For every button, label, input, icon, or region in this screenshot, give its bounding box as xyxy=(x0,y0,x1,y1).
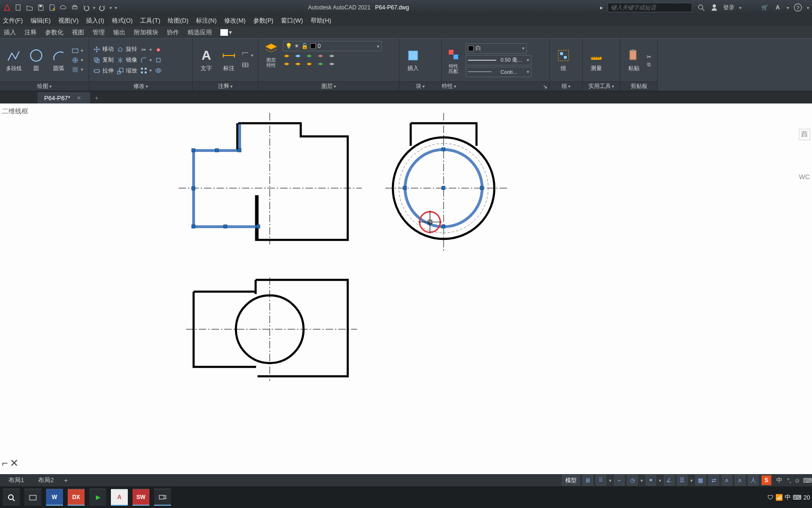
arc-button[interactable]: 圆弧 xyxy=(49,48,69,72)
lineweight-select[interactable]: 0.50 毫…▾ xyxy=(466,55,531,65)
otrack-icon[interactable]: ∠ xyxy=(664,475,674,485)
layout-tab-2[interactable]: 布局2 xyxy=(34,475,57,486)
menu-param[interactable]: 参数(P) xyxy=(253,16,273,25)
saveas-icon[interactable] xyxy=(48,3,56,12)
menu-dim[interactable]: 标注(N) xyxy=(196,16,217,25)
props-panel-title[interactable]: 特性 xyxy=(442,82,453,90)
array-button[interactable]: ▾ xyxy=(140,67,152,74)
layer-tool3-icon[interactable] xyxy=(305,53,313,59)
offset-button[interactable] xyxy=(155,67,162,74)
print-icon[interactable] xyxy=(70,3,79,12)
undo-dropdown[interactable]: ▾ xyxy=(93,5,95,10)
rect-button[interactable]: ▾ xyxy=(71,47,83,55)
layer-select[interactable]: 💡 ☀ 🔓 0 ▾ xyxy=(283,41,382,51)
layer-tool6-icon[interactable] xyxy=(283,61,290,67)
tab-collab[interactable]: 协作 xyxy=(167,28,179,37)
tab-annotate[interactable]: 注释 xyxy=(24,28,37,37)
layer-tool10-icon[interactable] xyxy=(328,61,336,67)
text-button[interactable]: A 文字 xyxy=(196,48,216,72)
ime-kb-icon[interactable]: ⌨ xyxy=(803,477,812,484)
wifi-icon[interactable]: 📶 xyxy=(775,494,783,501)
osnap-icon[interactable]: ✦ xyxy=(646,475,656,485)
copy-button[interactable]: 复制 xyxy=(93,56,114,64)
tab-output[interactable]: 输出 xyxy=(113,28,125,37)
layer-tool4-icon[interactable] xyxy=(317,53,324,59)
dimension-button[interactable]: 标注 xyxy=(219,48,239,72)
snap-icon[interactable]: ⠿ xyxy=(596,475,606,485)
menu-view[interactable]: 视图(V) xyxy=(58,16,78,25)
new-tab-button[interactable]: + xyxy=(90,93,103,103)
tab-extra[interactable]: ▾ xyxy=(220,29,232,36)
menu-help[interactable]: 帮助(H) xyxy=(311,16,331,25)
stretch-button[interactable]: 拉伸 xyxy=(93,67,114,75)
polyline-button[interactable]: 多段线 xyxy=(4,48,23,72)
ann-icon[interactable]: 人 xyxy=(748,475,758,485)
scale-button[interactable]: 缩放 xyxy=(117,67,137,75)
layer-tool2-icon[interactable] xyxy=(294,53,302,59)
autocad-logo[interactable] xyxy=(3,3,11,12)
viewcube-face[interactable]: 酉 xyxy=(799,129,810,140)
transparency-icon[interactable]: ▦ xyxy=(695,475,706,485)
add-layout-button[interactable]: + xyxy=(64,477,68,484)
open-icon[interactable] xyxy=(25,3,34,12)
save-icon[interactable] xyxy=(37,3,45,12)
layers-panel-title[interactable]: 图层 xyxy=(321,82,333,90)
cycling-icon[interactable]: ⇄ xyxy=(709,475,719,485)
color-select[interactable]: 白▾ xyxy=(466,43,527,54)
menu-modify[interactable]: 修改(M) xyxy=(224,16,246,25)
block-panel-title[interactable]: 块 xyxy=(416,82,422,90)
trim-button[interactable]: ✂▾ xyxy=(140,46,152,54)
cut-icon[interactable]: ✂ xyxy=(647,54,651,60)
annot-panel-title[interactable]: 注释 xyxy=(218,82,229,90)
recorder-icon[interactable] xyxy=(154,489,171,506)
dyn-icon[interactable]: ⋏ xyxy=(722,475,732,485)
menu-window[interactable]: 窗口(W) xyxy=(281,16,303,25)
measure-button[interactable]: 测量 xyxy=(586,48,606,72)
rotate-button[interactable]: 旋转 xyxy=(117,45,137,53)
layout-tab-1[interactable]: 布局1 xyxy=(5,475,28,486)
lweight-icon[interactable]: ☰ xyxy=(677,475,687,485)
word-icon[interactable]: W xyxy=(46,489,63,506)
table-button[interactable] xyxy=(242,61,253,69)
leader-button[interactable]: ▾ xyxy=(242,52,253,59)
menu-insert[interactable]: 插入(I) xyxy=(86,16,104,25)
3dosnap-icon[interactable]: ⋏ xyxy=(735,475,745,485)
a360-icon[interactable]: A xyxy=(773,3,782,12)
tab-manage[interactable]: 管理 xyxy=(93,28,105,37)
ortho-icon[interactable]: ⌐ xyxy=(614,475,625,485)
polar-icon[interactable]: ◷ xyxy=(627,475,638,485)
menu-tools[interactable]: 工具(T) xyxy=(140,16,160,25)
paste-button[interactable]: 粘贴 xyxy=(624,48,644,72)
search-tk-icon[interactable] xyxy=(3,489,20,506)
cart-icon[interactable]: 🛒 xyxy=(760,3,769,12)
menu-format[interactable]: 格式(O) xyxy=(112,16,133,25)
cloud-icon[interactable] xyxy=(59,3,68,12)
tab-view[interactable]: 视图 xyxy=(72,28,84,37)
tab-featured[interactable]: 精选应用 xyxy=(187,28,212,37)
search-icon[interactable] xyxy=(697,3,705,12)
redo-dropdown[interactable]: ▾ xyxy=(109,5,112,10)
layer-tool5-icon[interactable] xyxy=(328,53,336,59)
grid-icon[interactable]: ⊞ xyxy=(583,475,593,485)
region-button[interactable]: ▾ xyxy=(71,66,83,73)
drawing-canvas[interactable]: 二维线框 ⌐✕ 酉 WC xyxy=(0,103,812,474)
explode-button[interactable] xyxy=(155,56,162,64)
circle-button[interactable]: 圆 xyxy=(26,48,46,72)
insert-block-button[interactable]: 插入 xyxy=(403,48,423,72)
tab-parametric[interactable]: 参数化 xyxy=(45,28,63,37)
linetype-select[interactable]: Conti…▾ xyxy=(466,67,531,77)
dx-icon[interactable]: DX xyxy=(68,489,85,506)
solidworks-icon[interactable]: SW xyxy=(133,489,149,506)
menu-draw[interactable]: 绘图(D) xyxy=(168,16,188,25)
shield-icon[interactable]: 🛡 xyxy=(767,494,773,501)
tab-addin[interactable]: 附加模块 xyxy=(134,28,158,37)
move-button[interactable]: 移动 xyxy=(93,45,114,53)
ime-emoji-icon[interactable]: ☺ xyxy=(794,477,800,484)
new-icon[interactable] xyxy=(14,3,23,12)
layer-tool9-icon[interactable] xyxy=(317,61,324,67)
tab-insert[interactable]: 插入 xyxy=(4,28,16,37)
arrow-icon[interactable]: ▸ xyxy=(600,4,603,11)
layer-tool8-icon[interactable] xyxy=(305,61,313,67)
mirror-button[interactable]: 镜像 xyxy=(117,56,137,64)
user-icon[interactable] xyxy=(710,3,718,12)
